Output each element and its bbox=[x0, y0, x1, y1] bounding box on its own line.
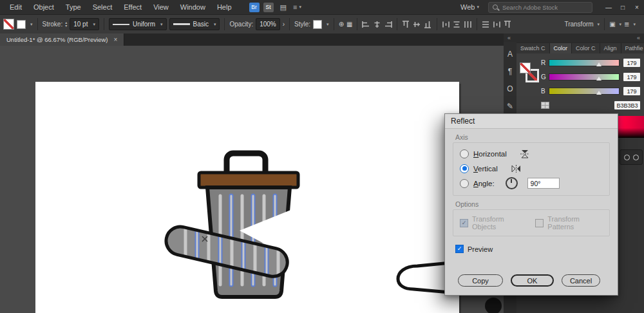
bridge-button[interactable]: Br bbox=[249, 3, 260, 12]
transform-objects-checkbox[interactable]: ✓ bbox=[460, 219, 468, 227]
chevron-down-icon[interactable]: ▾ bbox=[327, 22, 329, 27]
workspace-menu-icon[interactable]: ≡ bbox=[293, 3, 297, 11]
isolate-selection-dropdown[interactable]: ▣ ▾ bbox=[609, 21, 621, 28]
transform-dropdown[interactable]: Transform ▾ bbox=[564, 21, 600, 28]
width-profile-dropdown[interactable]: Uniform ▾ bbox=[109, 18, 167, 30]
collapsed-panel-icons[interactable] bbox=[620, 149, 643, 165]
menu-view[interactable]: View bbox=[147, 3, 175, 11]
slider-thumb[interactable] bbox=[596, 91, 601, 95]
panel-arrow-icon[interactable]: › bbox=[283, 21, 285, 28]
panel-options-dropdown[interactable]: ≣ ▾ bbox=[624, 21, 636, 28]
horizontal-radio-row[interactable]: Horizontal bbox=[460, 146, 603, 161]
angle-radio-row[interactable]: Angle: bbox=[460, 176, 603, 191]
transform-patterns-checkbox[interactable] bbox=[535, 219, 544, 227]
restore-button[interactable]: □ bbox=[616, 4, 630, 11]
paragraph-panel-icon[interactable]: ¶ bbox=[508, 67, 512, 76]
slider-thumb[interactable] bbox=[596, 62, 601, 66]
tab-pathfinder[interactable]: Pathfie bbox=[621, 43, 644, 53]
tab-color-guide[interactable]: Color C bbox=[572, 43, 600, 53]
dialog-title[interactable]: Reflect bbox=[445, 114, 618, 129]
trash-lid[interactable] bbox=[199, 173, 298, 187]
tab-align[interactable]: Align bbox=[600, 43, 621, 53]
angle-dial-icon[interactable] bbox=[506, 177, 518, 189]
transform-patterns-row[interactable]: Transform Patterns bbox=[535, 215, 603, 231]
minimize-button[interactable]: — bbox=[601, 4, 616, 11]
chevron-down-icon: ▾ bbox=[633, 22, 636, 27]
menu-window[interactable]: Window bbox=[175, 3, 211, 11]
menu-help[interactable]: Help bbox=[211, 3, 238, 11]
transform-objects-row[interactable]: ✓ Transform Objects bbox=[460, 215, 525, 231]
close-tab-icon[interactable]: × bbox=[113, 36, 117, 43]
align-to-selection-icon[interactable] bbox=[493, 21, 501, 28]
brush-preview-icon bbox=[173, 23, 190, 25]
align-bottom-icon[interactable] bbox=[424, 21, 432, 28]
brush-dropdown[interactable]: Basic ▾ bbox=[169, 18, 220, 30]
green-slider[interactable] bbox=[549, 73, 620, 81]
copy-button[interactable]: Copy bbox=[458, 274, 503, 287]
hex-value-field[interactable]: B3B3B3 bbox=[614, 101, 640, 109]
green-value-field[interactable]: 179 bbox=[623, 73, 640, 81]
style-swatch[interactable] bbox=[313, 20, 322, 29]
distribute-spacing-h-icon[interactable] bbox=[464, 21, 472, 28]
stock-search[interactable] bbox=[488, 2, 592, 13]
opentype-panel-icon[interactable]: O bbox=[507, 84, 513, 93]
fill-stroke-proxy[interactable] bbox=[520, 62, 539, 82]
align-top-icon[interactable] bbox=[402, 21, 410, 28]
menu-object[interactable]: Object bbox=[28, 3, 60, 11]
canvas-area[interactable] bbox=[0, 46, 504, 313]
character-panel-icon[interactable]: A bbox=[507, 50, 513, 59]
tab-color[interactable]: Color bbox=[550, 43, 573, 53]
collapse-panels-icon[interactable]: « bbox=[637, 35, 640, 41]
channel-row-g: G 179 bbox=[541, 73, 640, 81]
cancel-button[interactable]: Cancel bbox=[562, 274, 600, 287]
document-tab[interactable]: Untitled-1* @ 66.67% (RGB/Preview) × bbox=[0, 33, 124, 46]
align-middle-icon[interactable] bbox=[413, 21, 421, 28]
align-center-icon[interactable] bbox=[373, 21, 381, 28]
arrange-documents-icon[interactable]: ▤ bbox=[280, 3, 287, 12]
stroke-color-swatch[interactable] bbox=[17, 20, 26, 29]
red-value-field[interactable]: 179 bbox=[623, 59, 640, 67]
vertical-radio[interactable] bbox=[460, 164, 469, 173]
slider-thumb[interactable] bbox=[596, 77, 601, 81]
menu-edit[interactable]: Edit bbox=[4, 3, 28, 11]
blue-value-field[interactable]: 179 bbox=[623, 87, 640, 95]
red-slider[interactable] bbox=[549, 59, 620, 66]
workspace-switcher[interactable]: Web ▾ bbox=[460, 3, 479, 11]
vertical-radio-row[interactable]: Vertical bbox=[460, 161, 603, 176]
align-right-icon[interactable] bbox=[384, 21, 392, 28]
stroke-stepper[interactable]: ▴ ▾ bbox=[65, 21, 67, 28]
collapse-panels-icon[interactable]: « bbox=[507, 35, 511, 41]
distribute-vertical-icon[interactable] bbox=[453, 21, 461, 28]
ok-button[interactable]: OK bbox=[511, 274, 554, 287]
distribute-horizontal-icon[interactable] bbox=[442, 21, 450, 28]
close-button[interactable]: × bbox=[630, 4, 644, 11]
chevron-down-icon[interactable]: ▾ bbox=[30, 22, 33, 27]
angle-input[interactable] bbox=[527, 178, 560, 189]
align-left-icon[interactable] bbox=[362, 21, 370, 28]
stroke-weight-dropdown[interactable]: 10 pt ▾ bbox=[70, 18, 99, 30]
menu-type[interactable]: Type bbox=[60, 3, 87, 11]
fill-proxy-swatch[interactable] bbox=[3, 19, 14, 30]
canvas-artwork[interactable] bbox=[0, 46, 504, 313]
document-setup-icon[interactable]: ⊕ bbox=[339, 21, 344, 28]
preferences-icon[interactable]: ▦ bbox=[346, 21, 352, 28]
appearance-panel-icon[interactable]: ✎ bbox=[507, 102, 513, 111]
stock-button[interactable]: St bbox=[263, 3, 274, 12]
opacity-value[interactable]: 100% bbox=[256, 18, 280, 30]
opacity-label: Opacity: bbox=[229, 21, 253, 28]
fill-none-swatch[interactable] bbox=[520, 62, 531, 73]
align-key-object-icon[interactable] bbox=[504, 21, 512, 28]
menu-select[interactable]: Select bbox=[87, 3, 118, 11]
preview-checkbox[interactable]: ✓ bbox=[455, 245, 464, 253]
horizontal-radio[interactable] bbox=[460, 149, 469, 158]
panel-dot-icon bbox=[633, 155, 639, 160]
search-input[interactable] bbox=[501, 3, 574, 12]
angle-radio[interactable] bbox=[460, 179, 469, 188]
dock-header: « « bbox=[504, 33, 644, 42]
tab-swatches[interactable]: Swatch C bbox=[516, 43, 550, 53]
blue-slider[interactable] bbox=[549, 88, 620, 95]
preview-row[interactable]: ✓ Preview bbox=[455, 245, 618, 253]
swatch-grid-icon[interactable] bbox=[541, 102, 549, 109]
distribute-spacing-v-icon[interactable] bbox=[482, 21, 490, 28]
menu-effect[interactable]: Effect bbox=[118, 3, 147, 11]
